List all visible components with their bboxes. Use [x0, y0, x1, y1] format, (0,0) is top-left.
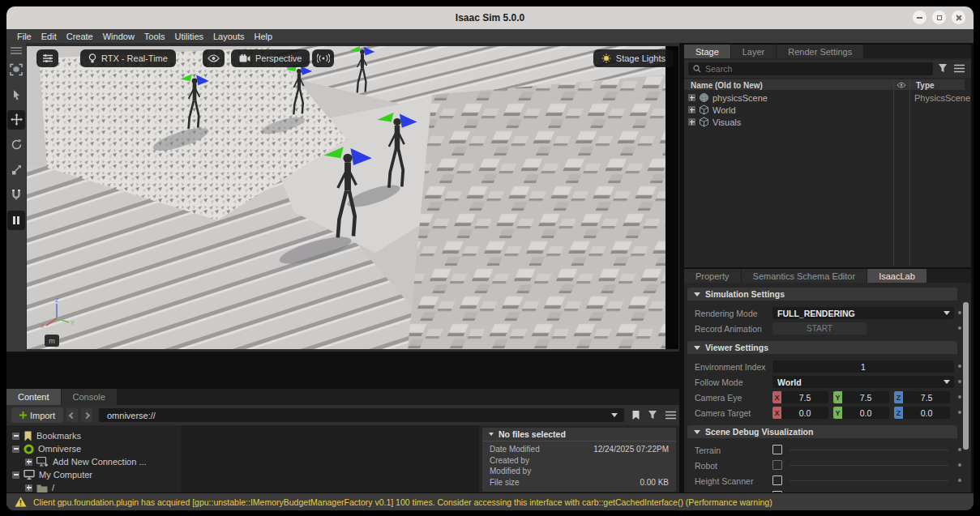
minimize-button[interactable] [913, 11, 927, 24]
terrain-checkbox[interactable] [772, 445, 782, 454]
row-divider [790, 480, 948, 481]
camera-target-x[interactable]: X 0.0 [772, 407, 828, 419]
tab-property[interactable]: Property [684, 269, 741, 283]
visibility-button[interactable] [203, 49, 225, 67]
tree-item-my-computer[interactable]: My Computer [6, 468, 180, 481]
details-header[interactable]: No files selected [482, 428, 676, 441]
camera-eye-y[interactable]: Y 7.5 [833, 391, 889, 403]
robot-checkbox[interactable] [772, 460, 782, 470]
stage-options-button[interactable] [954, 64, 965, 73]
menu-layouts[interactable]: Layouts [209, 32, 249, 41]
section-scene-debug-visualization[interactable]: Scene Debug Visualization [687, 425, 957, 438]
environment-index-input[interactable]: 1 [772, 360, 954, 373]
import-button[interactable]: Import [11, 407, 63, 423]
menu-edit[interactable]: Edit [37, 32, 61, 41]
tab-content[interactable]: Content [6, 389, 61, 405]
tree-item-omniverse[interactable]: Omniverse [6, 442, 180, 455]
tab-stage[interactable]: Stage [684, 45, 730, 58]
menu-file[interactable]: File [13, 32, 36, 41]
close-button[interactable] [952, 11, 965, 24]
viewport-3d[interactable]: RTX - Real-Time Perspective [27, 46, 678, 349]
audio-emitter-button[interactable] [312, 49, 334, 67]
stage-filter-button[interactable] [938, 63, 948, 74]
pause-button[interactable] [7, 211, 25, 230]
move-tool-button[interactable] [7, 110, 25, 130]
tree-item-bookmarks[interactable]: Bookmarks [6, 429, 180, 442]
reset-dot[interactable] [958, 448, 961, 451]
reset-dot[interactable] [958, 380, 961, 383]
reset-dot[interactable] [958, 311, 961, 314]
stage-lights-button[interactable]: Stage Lights [593, 49, 674, 67]
camera-target-y[interactable]: Y 0.0 [833, 407, 889, 419]
maximize-button[interactable] [932, 11, 946, 24]
render-mode-button[interactable]: RTX - Real-Time [80, 49, 176, 67]
section-simulation-settings[interactable]: Simulation Settings [687, 288, 957, 301]
tab-layer[interactable]: Layer [731, 45, 777, 58]
tree-item-label: / [52, 483, 54, 493]
reset-dot[interactable] [958, 395, 961, 399]
height-scanner-checkbox[interactable] [772, 475, 782, 485]
camera-button[interactable]: Perspective [231, 49, 310, 67]
select-frame-tool-button[interactable] [7, 60, 25, 79]
rendering-mode-combo[interactable]: FULL_RENDERING [772, 307, 954, 319]
bookmark-toggle-button[interactable] [631, 410, 640, 420]
reset-dot[interactable] [958, 365, 961, 368]
menu-help[interactable]: Help [250, 32, 277, 41]
follow-mode-combo[interactable]: World [772, 376, 954, 388]
camera-eye-x[interactable]: X 7.5 [772, 391, 828, 403]
computer-icon [24, 470, 35, 480]
stage-search-placeholder: Search [705, 64, 732, 74]
tab-render-settings[interactable]: Render Settings [777, 45, 863, 58]
robot-row: Robot [684, 458, 971, 473]
stage-search-input[interactable]: Search [688, 62, 933, 75]
collapse-icon[interactable] [12, 433, 19, 440]
camera-icon [239, 54, 250, 63]
reset-dot[interactable] [958, 479, 961, 482]
toolbar-drag-handle[interactable] [11, 47, 22, 54]
camera-eye-z[interactable]: Z 7.5 [894, 391, 950, 403]
main-area: RTX - Real-Time Perspective [6, 43, 974, 493]
forward-button[interactable] [81, 408, 92, 422]
tree-item-label: Bookmarks [36, 431, 81, 441]
section-viewer-settings[interactable]: Viewer Settings [687, 341, 957, 354]
axis-y-label: Y [71, 320, 75, 326]
stage-row-world[interactable]: World [684, 104, 965, 116]
expand-icon[interactable] [25, 458, 32, 466]
reset-dot[interactable] [958, 326, 961, 330]
tab-console[interactable]: Console [62, 389, 117, 405]
reset-dot[interactable] [958, 411, 961, 414]
menu-tools[interactable]: Tools [140, 32, 169, 41]
tab-semantics-schema-editor[interactable]: Semantics Schema Editor [742, 269, 867, 283]
title-bar[interactable]: Isaac Sim 5.0.0 [6, 6, 974, 29]
expand-icon[interactable] [25, 484, 32, 492]
record-animation-start-button[interactable]: START [772, 322, 867, 335]
menu-window[interactable]: Window [99, 32, 139, 41]
tab-isaaclab[interactable]: IsaacLab [867, 269, 927, 283]
rotate-tool-button[interactable] [7, 135, 25, 155]
scale-tool-button[interactable] [7, 160, 25, 180]
stage-row-visuals[interactable]: Visuals [684, 116, 965, 128]
collapse-icon[interactable] [12, 471, 19, 479]
menu-utilities[interactable]: Utilities [171, 32, 208, 41]
app-window: Isaac Sim 5.0.0 File Edit Create Window … [6, 6, 974, 510]
cursor-select-tool-button[interactable] [7, 85, 25, 104]
stage-row-physics-scene[interactable]: physicsScene PhysicsScene [684, 92, 965, 104]
snap-tool-button[interactable] [7, 186, 25, 205]
expand-icon[interactable] [688, 94, 695, 101]
camera-target-z[interactable]: Z 0.0 [894, 407, 950, 419]
menu-create[interactable]: Create [62, 32, 97, 41]
reset-dot[interactable] [958, 463, 961, 467]
path-input[interactable]: omniverse:// [99, 408, 624, 422]
content-filter-button[interactable] [648, 410, 658, 420]
expand-icon[interactable] [688, 118, 695, 126]
collapse-icon[interactable] [12, 446, 19, 453]
back-button[interactable] [66, 408, 78, 422]
expand-icon[interactable] [688, 106, 695, 113]
chevron-right-icon [83, 412, 90, 418]
content-options-button[interactable] [665, 411, 676, 420]
folder-icon [36, 484, 48, 493]
stage-tree-header[interactable]: Name (Old to New) Type [684, 79, 965, 90]
tree-item-add-connection[interactable]: Add New Connection ... [6, 455, 180, 468]
property-scrollbar[interactable] [963, 302, 969, 450]
viewport-settings-button[interactable] [36, 49, 58, 67]
